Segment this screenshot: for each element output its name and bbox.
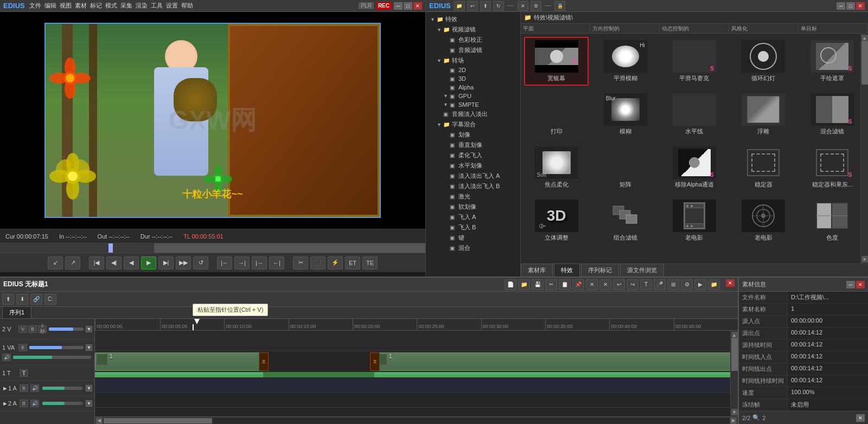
- track-mute-2a[interactable]: 🔊: [30, 400, 39, 407]
- track-audio-1va[interactable]: 🔊: [2, 354, 11, 361]
- menu-file[interactable]: 文件: [29, 2, 41, 10]
- insert-btn[interactable]: ✂: [293, 256, 308, 269]
- tl-close[interactable]: ✕: [726, 279, 735, 287]
- effect-smooth-mosaic[interactable]: S 平滑马赛克: [662, 37, 726, 86]
- effect-wide-screen[interactable]: S 宽银幕: [524, 37, 589, 86]
- tree-item-vfilter[interactable]: ▼ 📁 视频滤镜: [426, 24, 520, 35]
- tool-refresh[interactable]: ↻: [493, 1, 504, 11]
- menu-render[interactable]: 渲染: [136, 2, 148, 10]
- menu-settings[interactable]: 设置: [166, 2, 178, 10]
- split-btn[interactable]: ⚡: [328, 256, 343, 269]
- tree-item-3d[interactable]: ▣ 3D: [426, 74, 520, 83]
- scrollbar-up[interactable]: ▲: [731, 332, 738, 338]
- scrollbar-down[interactable]: ▼: [731, 409, 738, 415]
- menu-view[interactable]: 视图: [60, 2, 72, 10]
- close-button[interactable]: ✕: [413, 2, 422, 10]
- tab-materials[interactable]: 素材库: [521, 264, 553, 277]
- track-vis-1va[interactable]: B: [18, 344, 27, 351]
- h-scrollbar-timeline[interactable]: ◀ ▶: [95, 416, 738, 424]
- tl-props[interactable]: ⚙: [681, 279, 693, 290]
- tree-item-key[interactable]: ▣ 键: [426, 233, 520, 243]
- menu-tools[interactable]: 工具: [151, 2, 163, 10]
- tree-item-color-correct[interactable]: ▣ 色彩校正: [426, 35, 520, 45]
- menu-material[interactable]: 素材: [75, 2, 87, 10]
- scrub-handle[interactable]: [108, 243, 113, 253]
- tool-back[interactable]: ↩: [467, 1, 478, 11]
- effect-stabilizer[interactable]: 稳定器: [731, 143, 796, 192]
- tree-item-h-wipe[interactable]: ▣ 水平划像: [426, 160, 520, 171]
- next-frame-btn[interactable]: ▶|: [158, 256, 174, 269]
- effect-3d-adjust[interactable]: 3D ⌱ 立体调整: [524, 196, 589, 245]
- track-vis-2a[interactable]: B: [20, 400, 28, 407]
- prev-frame-btn[interactable]: ◀: [124, 256, 139, 269]
- effect-smooth-blur[interactable]: Hi 平滑模糊: [593, 37, 658, 86]
- scrollbar-thumb[interactable]: [731, 338, 738, 371]
- effect-blur[interactable]: Blur 模糊: [593, 90, 658, 139]
- tree-item-audio-filter[interactable]: ▣ 音频滤镜: [426, 45, 520, 55]
- step-back-btn[interactable]: ◀|: [106, 256, 122, 269]
- tl-play[interactable]: ▶: [694, 279, 706, 290]
- tool-folder[interactable]: 📁: [454, 1, 465, 11]
- tool-up[interactable]: ⬆: [480, 1, 491, 11]
- effect-emboss[interactable]: 浮雕: [731, 90, 796, 139]
- h-scrollbar-left[interactable]: ◀: [96, 417, 103, 424]
- effect-combo-filter[interactable]: 组合滤镜: [593, 196, 658, 245]
- track-sync-2v[interactable]: B: [28, 325, 37, 333]
- effects-minimize[interactable]: ─: [837, 2, 845, 10]
- tool-lock[interactable]: 🔒: [554, 1, 565, 11]
- loop-btn[interactable]: ↺: [193, 256, 208, 269]
- effect-old-film2[interactable]: 老电影: [731, 196, 796, 245]
- play-button[interactable]: ▶: [141, 256, 156, 269]
- fast-forward-btn[interactable]: ▶▶: [176, 256, 191, 269]
- menu-mark[interactable]: 标记: [90, 2, 102, 10]
- maximize-button[interactable]: □: [404, 2, 412, 10]
- track-dur-2v[interactable]: 1 秒: [38, 325, 47, 333]
- info-bottom-x[interactable]: ✕: [856, 414, 865, 422]
- tl-undo[interactable]: ↩: [613, 279, 625, 290]
- goto-out-btn[interactable]: →|: [234, 256, 250, 269]
- tl-paste[interactable]: 📌: [572, 279, 584, 290]
- seq-tab-1[interactable]: 序列1: [2, 306, 31, 318]
- tool-settings[interactable]: ⚙: [531, 1, 541, 11]
- tree-item-smpte[interactable]: ▼ ▣ SMPTE: [426, 100, 520, 109]
- effect-color-degree[interactable]: 色度: [800, 196, 865, 245]
- tab-seq-markers[interactable]: 序列标记: [581, 264, 619, 277]
- mark-clip-btn[interactable]: |→: [252, 256, 267, 269]
- track-expand-2a[interactable]: ▼: [86, 400, 92, 407]
- tree-item-effects[interactable]: ▼ 📁 特效: [426, 14, 520, 24]
- tool-delete[interactable]: ✕: [518, 1, 528, 11]
- tree-item-audio-fade[interactable]: ▣ 音频淡入淡出: [426, 109, 520, 119]
- ctrl-next-track[interactable]: ⬇: [16, 294, 28, 305]
- tab-effects[interactable]: 特效: [554, 264, 580, 277]
- ctrl-link[interactable]: 🔗: [30, 294, 42, 305]
- effect-loop-light[interactable]: 循环幻灯: [731, 37, 796, 86]
- effect-h-line[interactable]: 水平线: [662, 90, 726, 139]
- tree-item-transition[interactable]: ▼ 📁 转场: [426, 55, 520, 66]
- info-minimize[interactable]: ─: [846, 281, 855, 288]
- menu-capture[interactable]: 采集: [120, 2, 132, 10]
- overwrite-btn[interactable]: ⬛: [310, 256, 326, 269]
- h-scrollbar-right[interactable]: ▶: [730, 417, 737, 424]
- ctrl-c[interactable]: C:: [44, 294, 56, 305]
- effect-matrix[interactable]: 矩阵: [593, 143, 658, 192]
- tl-folder2[interactable]: 📁: [708, 279, 720, 290]
- menu-edit[interactable]: 编辑: [44, 2, 56, 10]
- info-close[interactable]: ✕: [856, 281, 865, 288]
- tl-redo[interactable]: ↪: [627, 279, 639, 290]
- track-expand-1va[interactable]: ▼: [86, 344, 92, 351]
- tree-item-laser[interactable]: ▣ 激光: [426, 191, 520, 202]
- tree-item-soft-fly[interactable]: ▣ 柔化飞入: [426, 150, 520, 160]
- clip-1va-2[interactable]: 1: [374, 352, 738, 371]
- tree-item-mix[interactable]: ▣ 混合: [426, 243, 520, 253]
- effect-move-alpha[interactable]: S 移除Alpha通道: [662, 143, 726, 192]
- effect-old-film[interactable]: 老电影: [662, 196, 726, 245]
- tree-item-subtitle-mix[interactable]: ▼ 📁 字幕混合: [426, 119, 520, 130]
- track-vis-1a[interactable]: B: [20, 384, 28, 392]
- menu-mode[interactable]: 模式: [105, 2, 117, 10]
- tl-open[interactable]: 📁: [518, 279, 530, 290]
- h-scrollbar-thumb[interactable]: [104, 418, 212, 423]
- effect-focus-soft[interactable]: Soft 焦点柔化: [524, 143, 589, 192]
- mark-in-btn[interactable]: ↙: [48, 256, 63, 269]
- track-expand-2v[interactable]: ▼: [86, 326, 92, 332]
- v-scrollbar-timeline[interactable]: ▲ ▼: [730, 331, 738, 416]
